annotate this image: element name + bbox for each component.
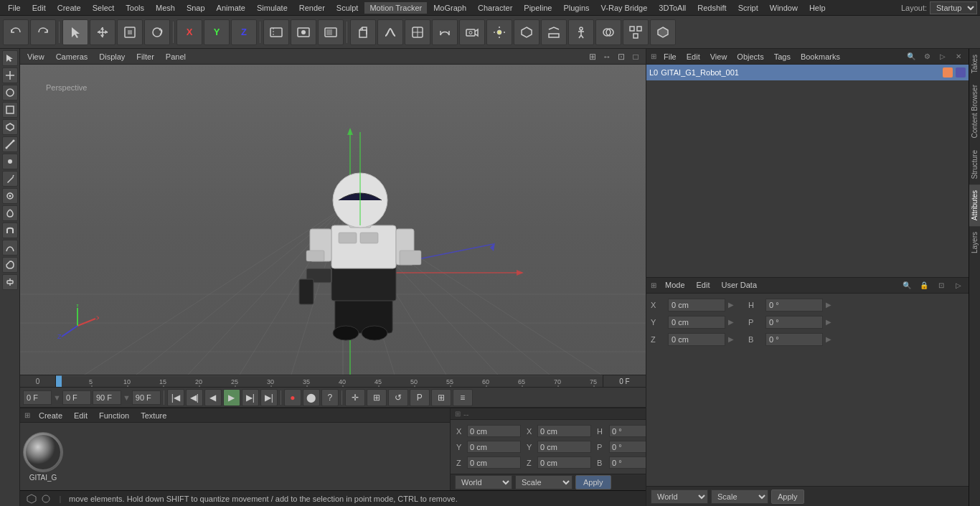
playback-record-btn[interactable]: ● — [284, 389, 301, 406]
playback-go-start-btn[interactable]: |◀ — [167, 389, 184, 406]
cube-button[interactable] — [350, 19, 376, 45]
objects-file-btn[interactable]: File — [661, 51, 679, 62]
attr-scale-select[interactable]: Scale — [711, 489, 768, 504]
menu-redshift[interactable]: Redshift — [692, 2, 731, 14]
menu-character[interactable]: Character — [473, 2, 517, 14]
objects-expand-btn[interactable]: ▷ — [937, 51, 948, 62]
playback-key-mode-btn[interactable]: ⊞ — [367, 389, 387, 406]
side-tab-content-browser[interactable]: Content Browser — [969, 79, 980, 144]
boole-button[interactable] — [595, 19, 621, 45]
playback-prev-frame-btn[interactable]: ◀| — [186, 389, 203, 406]
viewport-icon-3[interactable]: ⊡ — [616, 51, 627, 62]
coords-h-input[interactable] — [609, 425, 646, 437]
menu-mograph[interactable]: MoGraph — [428, 2, 471, 14]
left-magnet-btn[interactable] — [2, 222, 18, 238]
menu-plugins[interactable]: Plugins — [558, 2, 594, 14]
menu-pipeline[interactable]: Pipeline — [519, 2, 557, 14]
left-selection-btn[interactable] — [2, 50, 18, 66]
move-tool-button[interactable] — [90, 19, 116, 45]
attributes-user-data-btn[interactable]: User Data — [719, 279, 760, 291]
menu-animate[interactable]: Animate — [212, 2, 250, 14]
coords-b-input[interactable] — [609, 456, 646, 469]
left-brush-btn[interactable] — [2, 188, 18, 204]
objects-settings-btn[interactable]: ⚙ — [921, 51, 933, 62]
playback-go-end-btn[interactable]: ▶| — [260, 389, 278, 406]
z-axis-button[interactable]: Z — [231, 19, 257, 45]
attr-x-input[interactable] — [668, 299, 725, 311]
menu-motion-tracker[interactable]: Motion Tracker — [364, 2, 427, 14]
viewport-view-btn[interactable]: View — [24, 51, 47, 62]
character-obj-button[interactable] — [568, 19, 594, 45]
playback-preview-btn[interactable]: P — [410, 389, 430, 406]
rotate-tool-button[interactable] — [144, 19, 170, 45]
playback-end-input[interactable] — [93, 390, 121, 405]
viewport-panel-btn[interactable]: Panel — [163, 51, 189, 62]
attr-z-input[interactable] — [668, 333, 725, 346]
coords-world-select[interactable]: World — [455, 475, 512, 489]
menu-edit[interactable]: Edit — [27, 2, 51, 14]
coords-z-input[interactable] — [467, 456, 521, 469]
viewport-filter-btn[interactable]: Filter — [133, 51, 156, 62]
coords-y-input[interactable] — [467, 441, 521, 453]
select-tool-button[interactable] — [62, 19, 88, 45]
left-measure-btn[interactable] — [2, 257, 18, 273]
attributes-expand-btn[interactable]: ▷ — [953, 279, 964, 291]
playback-help-btn[interactable]: ? — [321, 389, 339, 406]
left-polygon-btn[interactable] — [2, 119, 18, 135]
coords-sz-input[interactable] — [537, 456, 591, 469]
side-tab-layers[interactable]: Layers — [969, 226, 980, 259]
left-rotate-btn[interactable] — [2, 85, 18, 100]
playback-current-input[interactable] — [62, 390, 91, 405]
objects-search-btn[interactable]: 🔍 — [905, 51, 917, 62]
attr-p-input[interactable] — [765, 316, 823, 329]
material-create-btn[interactable]: Create — [36, 410, 65, 421]
playback-loop-btn[interactable]: ↺ — [388, 389, 408, 406]
attributes-edit-btn[interactable]: Edit — [694, 279, 713, 291]
render-button[interactable] — [291, 19, 316, 45]
menu-select[interactable]: Select — [88, 2, 120, 14]
coords-sy-input[interactable] — [537, 441, 591, 453]
light-button[interactable] — [486, 19, 512, 45]
viewport-icon-2[interactable]: ↔ — [601, 51, 613, 62]
playback-prev-btn[interactable]: ◀ — [204, 389, 222, 406]
left-knife-btn[interactable] — [2, 171, 18, 187]
side-tab-attributes[interactable]: Attributes — [969, 184, 980, 226]
mograph-obj-button[interactable] — [623, 19, 649, 45]
objects-close-btn[interactable]: ✕ — [953, 51, 964, 62]
menu-render[interactable]: Render — [294, 2, 330, 14]
timeline[interactable]: 0 5 10 15 — [20, 375, 646, 388]
menu-file[interactable]: File — [3, 2, 26, 14]
material-edit-btn[interactable]: Edit — [71, 410, 90, 421]
viewport-display-btn[interactable]: Display — [96, 51, 128, 62]
left-paint-btn[interactable] — [2, 205, 18, 221]
object-row-robot[interactable]: L0 GITAI_G1_Robot_001 — [646, 65, 969, 80]
attr-world-select[interactable]: World — [651, 489, 708, 504]
attr-apply-button[interactable]: Apply — [771, 489, 804, 504]
objects-bookmarks-btn[interactable]: Bookmarks — [798, 51, 843, 62]
coords-sx-input[interactable] — [537, 425, 591, 437]
attributes-layout-btn[interactable]: ⊡ — [936, 279, 947, 291]
coords-scale-select[interactable]: Scale — [515, 475, 573, 489]
left-move-btn[interactable] — [2, 67, 18, 83]
menu-simulate[interactable]: Simulate — [252, 2, 293, 14]
scale-tool-button[interactable] — [117, 19, 143, 45]
render-queue-button[interactable] — [318, 19, 344, 45]
objects-objects-btn[interactable]: Objects — [734, 51, 766, 62]
render-region-button[interactable] — [263, 19, 289, 45]
objects-view-btn[interactable]: View — [707, 51, 730, 62]
menu-sculpt[interactable]: Sculpt — [331, 2, 364, 14]
undo-button[interactable] — [3, 19, 29, 45]
menu-vray[interactable]: V-Ray Bridge — [596, 2, 653, 14]
viewport-icon-1[interactable]: ⊞ — [587, 51, 598, 62]
left-spline-tool-btn[interactable] — [2, 240, 18, 256]
playback-next-btn[interactable]: ▶| — [242, 389, 259, 406]
menu-create[interactable]: Create — [52, 2, 86, 14]
attributes-search-btn[interactable]: 🔍 — [901, 279, 913, 291]
playback-start-input[interactable] — [23, 390, 52, 405]
playback-grid-btn[interactable]: ⊞ — [431, 389, 451, 406]
menu-mesh[interactable]: Mesh — [151, 2, 180, 14]
menu-snap[interactable]: Snap — [182, 2, 210, 14]
left-point-btn[interactable] — [2, 154, 18, 169]
attributes-mode-btn[interactable]: Mode — [662, 279, 688, 291]
timeline-ruler[interactable]: 5 10 15 20 25 30 35 40 — [56, 375, 603, 387]
